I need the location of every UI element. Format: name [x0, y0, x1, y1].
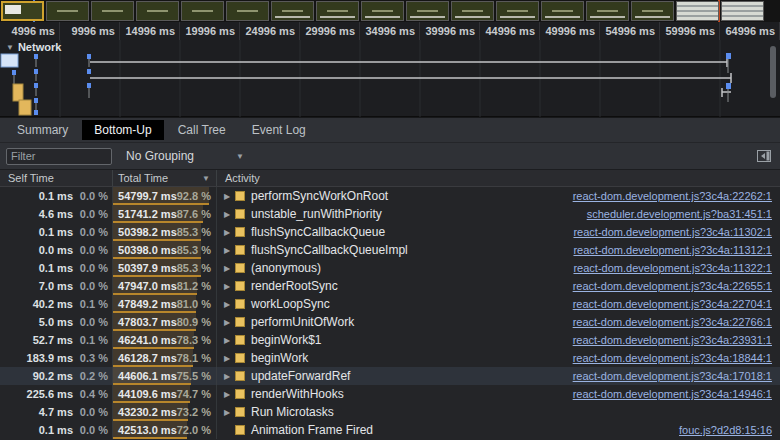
self-time-ms: 0.1 ms [0, 424, 73, 436]
total-time-cell: 50397.9 ms85.3 % [112, 259, 216, 277]
table-row[interactable]: 7.0 ms0.0 %47947.0 ms81.2 %▶renderRootSy… [0, 277, 780, 295]
ruler-tick: 49996 ms [540, 22, 600, 40]
source-link[interactable]: react-dom.development.js?3c4a:11312:1 [563, 244, 780, 256]
expand-arrow-icon[interactable]: ▶ [224, 228, 235, 237]
table-row[interactable]: 0.1 ms0.0 %50398.2 ms85.3 %▶flushSyncCal… [0, 223, 780, 241]
activity-cell: ▶flushSyncCallbackQueuereact-dom.develop… [216, 223, 780, 241]
self-time-pct: 0.2 % [73, 370, 108, 382]
ruler-tick: 54996 ms [600, 22, 660, 40]
table-row[interactable]: 4.7 ms0.0 %43230.2 ms73.2 %▶Run Microtas… [0, 403, 780, 421]
expand-arrow-icon[interactable]: ▶ [224, 336, 235, 345]
table-row[interactable]: 0.0 ms0.0 %50398.0 ms85.3 %▶flushSyncCal… [0, 241, 780, 259]
grouping-select[interactable]: No Grouping ▼ [126, 149, 244, 163]
filmstrip-thumbnail[interactable] [181, 1, 224, 21]
filmstrip-thumbnail[interactable] [676, 1, 719, 21]
show-sidebar-icon[interactable] [756, 149, 772, 163]
source-link[interactable]: react-dom.development.js?3c4a:18844:1 [563, 352, 780, 364]
source-link[interactable]: react-dom.development.js?3c4a:17018:1 [563, 370, 780, 382]
filmstrip-thumbnail[interactable] [586, 1, 629, 21]
tab-call-tree[interactable]: Call Tree [166, 120, 238, 140]
filmstrip-thumbnail[interactable] [721, 1, 764, 21]
timeline-ruler[interactable]: 4996 ms9996 ms14996 ms19996 ms24996 ms29… [0, 22, 780, 40]
tab-bottom-up[interactable]: Bottom-Up [82, 120, 163, 140]
filmstrip-thumbnail[interactable] [541, 1, 584, 21]
screenshot-filmstrip[interactable] [0, 0, 780, 22]
table-row[interactable]: 40.2 ms0.1 %47849.2 ms81.0 %▶workLoopSyn… [0, 295, 780, 313]
filmstrip-thumbnail[interactable] [226, 1, 269, 21]
source-link[interactable]: react-dom.development.js?3c4a:11302:1 [563, 226, 780, 238]
expand-arrow-icon[interactable]: ▶ [224, 264, 235, 273]
source-link[interactable]: react-dom.development.js?3c4a:22704:1 [563, 298, 780, 310]
total-time-pct: 78.1 % [177, 352, 211, 364]
filmstrip-thumbnail[interactable] [91, 1, 134, 21]
table-row[interactable]: 225.6 ms0.4 %44109.6 ms74.7 %▶renderWith… [0, 385, 780, 403]
tab-event-log[interactable]: Event Log [240, 120, 318, 140]
self-time-pct: 0.0 % [73, 424, 108, 436]
filmstrip-thumbnail[interactable] [271, 1, 314, 21]
source-link[interactable]: fouc.js?d2d8:15:16 [669, 424, 780, 436]
table-row[interactable]: 0.1 ms0.0 %42513.0 ms72.0 %Animation Fra… [0, 421, 780, 439]
filmstrip-thumbnail[interactable] [631, 1, 674, 21]
source-link[interactable]: react-dom.development.js?3c4a:22655:1 [563, 280, 780, 292]
total-time-ms: 50397.9 ms [116, 262, 177, 274]
filmstrip-thumbnail[interactable] [316, 1, 359, 21]
table-row[interactable]: 90.2 ms0.2 %44606.1 ms75.5 %▶updateForwa… [0, 367, 780, 385]
expand-arrow-icon[interactable]: ▶ [224, 300, 235, 309]
expand-arrow-icon[interactable]: ▶ [224, 390, 235, 399]
expand-arrow-icon[interactable]: ▶ [224, 408, 235, 417]
activity-cell: ▶renderRootSyncreact-dom.development.js?… [216, 277, 780, 295]
table-row[interactable]: 4.6 ms0.0 %51741.2 ms87.6 %▶unstable_run… [0, 205, 780, 223]
activity-label: performSyncWorkOnRoot [251, 189, 388, 203]
filmstrip-thumbnail[interactable] [136, 1, 179, 21]
source-link[interactable]: react-dom.development.js?3c4a:11322:1 [563, 262, 780, 274]
chevron-down-icon[interactable]: ▼ [6, 43, 14, 52]
total-time-ms: 46241.0 ms [116, 334, 177, 346]
source-link[interactable]: scheduler.development.js?ba31:451:1 [577, 208, 780, 220]
thumbnail-image [642, 10, 663, 12]
table-row[interactable]: 0.1 ms0.0 %50397.9 ms85.3 %▶(anonymous)r… [0, 259, 780, 277]
tab-summary[interactable]: Summary [5, 120, 80, 140]
filmstrip-thumbnail[interactable] [451, 1, 494, 21]
activity-color-square [235, 227, 245, 237]
total-time-ms: 42513.0 ms [116, 424, 177, 436]
total-time-ms: 47849.2 ms [116, 298, 177, 310]
self-time-ms: 40.2 ms [0, 298, 73, 310]
thumbnail-image [275, 16, 310, 18]
total-time-pct: 81.2 % [177, 280, 211, 292]
expand-arrow-icon[interactable]: ▶ [224, 246, 235, 255]
ruler-tick: 14996 ms [120, 22, 180, 40]
network-section-header[interactable]: ▼ Network [6, 41, 61, 53]
expand-arrow-icon[interactable]: ▶ [224, 354, 235, 363]
total-time-ms: 44109.6 ms [116, 388, 177, 400]
source-link[interactable]: react-dom.development.js?3c4a:22262:1 [563, 190, 780, 202]
self-time-pct: 0.1 % [73, 298, 108, 310]
source-link[interactable]: react-dom.development.js?3c4a:14946:1 [563, 388, 780, 400]
self-time-pct: 0.0 % [73, 226, 108, 238]
network-overview-track[interactable]: ▼ Network [0, 40, 780, 117]
column-header-total-time[interactable]: Total Time ▼ [112, 170, 216, 186]
filmstrip-thumbnail[interactable] [496, 1, 539, 21]
total-time-cell: 47947.0 ms81.2 % [112, 277, 216, 295]
table-row[interactable]: 183.9 ms0.3 %46128.7 ms78.1 %▶beginWorkr… [0, 349, 780, 367]
table-row[interactable]: 5.0 ms0.0 %47803.7 ms80.9 %▶performUnitO… [0, 313, 780, 331]
filmstrip-thumbnail[interactable] [1, 1, 44, 21]
expand-arrow-icon[interactable]: ▶ [224, 282, 235, 291]
filmstrip-thumbnail[interactable] [361, 1, 404, 21]
filmstrip-thumbnail[interactable] [406, 1, 449, 21]
source-link[interactable]: react-dom.development.js?3c4a:23931:1 [563, 334, 780, 346]
expand-arrow-icon[interactable]: ▶ [224, 210, 235, 219]
activity-color-square [235, 407, 245, 417]
table-row[interactable]: 0.1 ms0.0 %54799.7 ms92.8 %▶performSyncW… [0, 187, 780, 205]
activity-cell: ▶updateForwardRefreact-dom.development.j… [216, 367, 780, 385]
filter-input[interactable] [6, 148, 112, 165]
table-row[interactable]: 52.7 ms0.1 %46241.0 ms78.3 %▶beginWork$1… [0, 331, 780, 349]
source-link[interactable]: react-dom.development.js?3c4a:22766:1 [563, 316, 780, 328]
column-header-activity[interactable]: Activity [216, 170, 780, 186]
expand-arrow-icon[interactable]: ▶ [224, 318, 235, 327]
expand-arrow-icon[interactable]: ▶ [224, 372, 235, 381]
expand-arrow-icon[interactable]: ▶ [224, 192, 235, 201]
network-section-label: Network [18, 41, 61, 53]
column-header-self-time[interactable]: Self Time [0, 172, 108, 184]
self-time-ms: 5.0 ms [0, 316, 73, 328]
filmstrip-thumbnail[interactable] [46, 1, 89, 21]
